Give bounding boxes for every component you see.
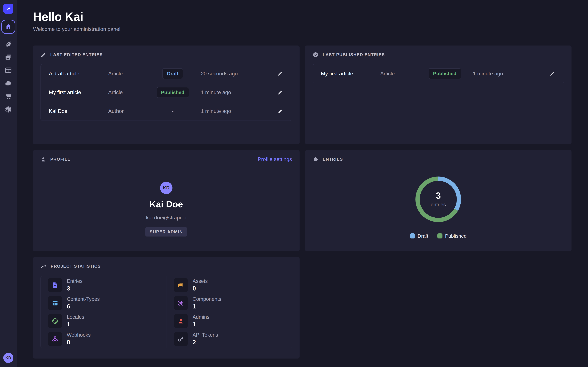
avatar: KD [160,182,173,194]
page-title: Hello Kai [33,10,571,23]
donut-center: 3 entries [414,175,462,223]
legend-swatch-published [437,234,442,238]
edit-entry-button[interactable] [276,89,284,96]
last-published-title: LAST PUBLISHED ENTRIES [323,52,385,57]
sidebar-item-deploy[interactable] [1,77,15,90]
project-statistics-header: PROJECT STATISTICS [41,262,292,270]
status-badge: Published [429,68,461,79]
stat-label: API Tokens [193,332,218,338]
entry-type: Article [108,71,149,77]
check-circle-icon [313,52,319,58]
page-subtitle: Welcome to your administration panel [33,26,571,32]
strapi-logo-icon [5,5,12,12]
puzzle-icon [313,156,319,162]
entries-title: ENTRIES [323,157,343,162]
person-icon [174,314,188,328]
profile-email: kai.doe@strapi.io [146,215,187,221]
stat-label: Locales [67,314,84,320]
user-icon [41,157,46,162]
stat-value: 6 [67,303,100,310]
sidebar-item-content-manager[interactable] [1,38,15,51]
sidebar-item-settings[interactable] [1,103,15,116]
strapi-logo[interactable] [3,4,13,14]
sidebar-nav [1,20,15,116]
legend-swatch-draft [410,234,415,238]
profile-settings-link[interactable]: Profile settings [258,156,292,162]
entry-name: Kai Doe [49,108,108,114]
stats-grid: Entries 3 Assets 0 [41,276,292,348]
webhook-icon [48,332,62,346]
stat-locales: Locales 1 [41,312,166,330]
sidebar-bottom-divider [0,349,17,349]
stat-label: Admins [193,314,209,320]
table-row: My first article Article Published 1 min… [313,64,564,83]
stat-value: 1 [67,321,84,328]
stat-label: Components [193,296,221,302]
key-icon [174,332,188,346]
table-row: My first article Article Published 1 min… [41,83,292,102]
panel-last-edited-entries: LAST EDITED ENTRIES A draft article Arti… [33,45,300,144]
table-row: A draft article Article Draft 20 seconds… [41,64,292,83]
edit-entry-button[interactable] [276,107,284,115]
sidebar-item-content-type-builder[interactable] [1,64,15,77]
legend-item-draft: Draft [410,233,428,239]
stat-value: 3 [67,285,82,292]
panel-project-statistics: PROJECT STATISTICS Entries 3 [33,257,300,359]
entries-header: ENTRIES [313,155,564,163]
images-icon [174,278,188,292]
profile-title: PROFILE [50,157,70,162]
chart-legend: Draft Published [410,233,467,239]
stat-label: Webhooks [67,332,91,338]
pencil-icon [278,109,283,114]
edit-entry-button[interactable] [548,70,556,77]
legend-label: Published [445,233,467,239]
components-icon [174,296,188,310]
stat-value: 1 [193,321,209,328]
sidebar-user-avatar[interactable]: KD [3,353,13,363]
entry-name: My first article [49,89,108,95]
main-content: Hello Kai Welcome to your administration… [17,0,588,367]
entries-body: 3 entries Draft Published [313,163,564,239]
layout-icon [48,296,62,310]
entries-unit: entries [431,202,446,208]
sidebar-item-home[interactable] [1,20,15,34]
last-edited-header: LAST EDITED ENTRIES [41,51,292,59]
stat-value: 2 [193,339,218,346]
cart-icon [4,92,12,100]
legend-item-published: Published [437,233,467,239]
pencil-icon [550,71,555,76]
sidebar-bottom: KD [0,349,17,367]
entry-name: A draft article [49,71,108,77]
stat-label: Content-Types [67,296,100,302]
sidebar-item-marketplace[interactable] [1,90,15,103]
sidebar-item-media-library[interactable] [1,51,15,64]
entries-count: 3 [436,191,441,200]
table-row: Kai Doe Author - 1 minute ago [41,102,292,121]
edit-entry-button[interactable] [276,70,284,77]
dashboard-grid: LAST EDITED ENTRIES A draft article Arti… [33,45,571,359]
trend-up-icon [41,263,46,269]
entry-type: Author [108,108,149,114]
last-edited-title: LAST EDITED ENTRIES [50,52,103,57]
stat-label: Entries [67,278,82,284]
file-icon [48,278,62,292]
entry-time: 1 minute ago [468,71,538,77]
legend-label: Draft [418,233,428,239]
stat-admins: Admins 1 [166,312,292,330]
panel-entries: ENTRIES 3 entries [305,150,572,251]
last-edited-table: A draft article Article Draft 20 seconds… [41,64,292,121]
profile-name: Kai Doe [149,199,183,209]
entry-type: Article [108,89,149,95]
layout-icon [5,67,12,74]
stat-content-types: Content-Types 6 [41,294,166,312]
images-icon [5,53,12,61]
project-statistics-title: PROJECT STATISTICS [51,264,101,269]
last-published-table: My first article Article Published 1 min… [313,64,564,83]
entry-name: My first article [321,71,380,77]
entry-time: 1 minute ago [196,89,266,95]
status-badge: Draft [163,68,183,79]
cloud-icon [4,79,12,87]
stat-value: 1 [193,303,221,310]
pencil-icon [278,90,283,95]
page-header: Hello Kai Welcome to your administration… [33,10,571,32]
